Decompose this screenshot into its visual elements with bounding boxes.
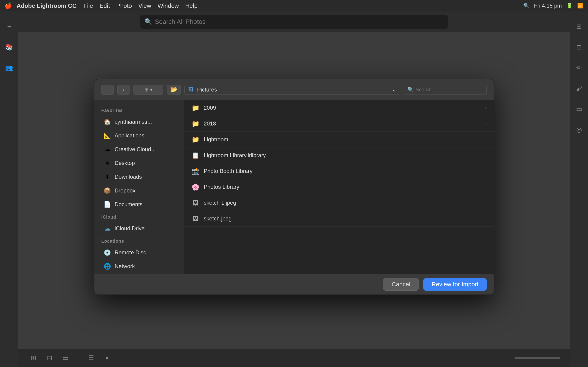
sidebar-icloud-label: iCloud Drive <box>115 225 145 232</box>
folder-icon: 📁 <box>191 135 200 144</box>
brush-icon[interactable]: 🖌 <box>573 83 585 94</box>
cancel-button[interactable]: Cancel <box>383 278 419 291</box>
app-sidebar-left: ＋ 📚 👥 <box>0 11 18 367</box>
grid-small-view-button[interactable]: ⊟ <box>44 353 55 363</box>
sidebar-library-icon[interactable]: 📚 <box>3 41 15 53</box>
search-bar[interactable]: 🔍 <box>140 15 448 29</box>
icloud-drive-icon: ☁ <box>103 224 111 233</box>
sidebar-add-button[interactable]: ＋ <box>3 21 15 32</box>
zoom-slider[interactable] <box>515 357 561 359</box>
dialog-search-box[interactable]: 🔍 <box>404 85 487 95</box>
file-item-sketch[interactable]: 🖼 sketch.jpeg <box>184 211 493 227</box>
sidebar-network-label: Network <box>115 263 135 269</box>
menubar-right: 🔍 Fri 4:18 pm 🔋 📶 <box>523 2 583 9</box>
folder-icon: 📁 <box>191 103 200 112</box>
view-grid-icon: ⊞ <box>145 87 149 93</box>
app-sidebar-right: ⊞ ⊡ ✏ 🖌 ▭ ◎ <box>570 11 588 367</box>
sidebar-item-network[interactable]: 🌐 Network <box>96 259 182 273</box>
dialog-toolbar: ‹ › ⊞ ▾ 📂 🖼 Pictures <box>95 79 493 100</box>
dropdown-arrow-icon: ⌄ <box>392 86 397 93</box>
dialog-overlay: ‹ › ⊞ ▾ 📂 🖼 Pictures <box>18 44 570 330</box>
sidebar-item-downloads[interactable]: ⬇ Downloads <box>96 170 182 184</box>
search-icon-menubar[interactable]: 🔍 <box>523 3 529 9</box>
chevron-right-icon: › <box>485 105 487 110</box>
applications-icon: 📐 <box>103 131 111 140</box>
library-icon: 📋 <box>191 151 200 160</box>
file-name: 2009 <box>204 105 481 111</box>
folder-icon: 📁 <box>191 119 200 128</box>
file-item-lightroom[interactable]: 📁 Lightroom › <box>184 132 493 148</box>
view-mode-button[interactable]: ⊞ ▾ <box>133 85 163 95</box>
sidebar-item-icloud-drive[interactable]: ☁ iCloud Drive <box>96 222 182 235</box>
grid-view-button[interactable]: ⊞ <box>27 353 39 363</box>
location-dropdown[interactable]: 🖼 Pictures ⌄ <box>184 85 400 95</box>
photos-library-icon: 🌸 <box>191 182 200 192</box>
sidebar-desktop-label: Desktop <box>115 160 135 166</box>
dropbox-icon: 📦 <box>103 186 111 195</box>
jpeg-icon: 🖼 <box>191 214 200 223</box>
toolbar-divider <box>78 355 78 361</box>
file-dialog: ‹ › ⊞ ▾ 📂 🖼 Pictures <box>94 79 494 295</box>
locations-header: Locations <box>95 235 184 246</box>
rectangle-icon[interactable]: ▭ <box>573 103 585 115</box>
sidebar-documents-label: Documents <box>115 201 142 208</box>
single-view-button[interactable]: ▭ <box>60 353 71 363</box>
sidebar-item-desktop[interactable]: 🖥 Desktop <box>96 156 182 170</box>
location-name: Pictures <box>197 86 217 93</box>
sidebar-remote-disc-label: Remote Disc <box>115 249 146 256</box>
sidebar-item-remote-disc[interactable]: 💿 Remote Disc <box>96 246 182 259</box>
file-name: Photo Booth Library <box>204 168 487 174</box>
back-button[interactable]: ‹ <box>101 85 114 95</box>
file-item-photos-library[interactable]: 🌸 Photos Library <box>184 179 493 195</box>
creative-cloud-icon: ☁ <box>103 145 111 153</box>
new-folder-button[interactable]: 📂 <box>167 85 181 95</box>
dialog-search-input[interactable] <box>415 87 483 93</box>
menu-view[interactable]: View <box>138 2 151 9</box>
sidebar-item-creative-cloud[interactable]: ☁ Creative Cloud... <box>96 142 182 156</box>
zoom-slider-container <box>515 357 561 359</box>
menu-edit[interactable]: Edit <box>99 2 110 9</box>
sidebar-creative-cloud-label: Creative Cloud... <box>115 146 156 152</box>
sidebar-people-icon[interactable]: 👥 <box>3 62 15 73</box>
file-item-2018[interactable]: 📁 2018 › <box>184 116 493 132</box>
app-main: 🔍 ‹ › ⊞ ▾ 📂 <box>18 11 570 367</box>
forward-button[interactable]: › <box>117 85 130 95</box>
menu-photo[interactable]: Photo <box>116 2 132 9</box>
folder-new-icon: 📂 <box>170 86 178 93</box>
sidebar-item-dropbox[interactable]: 📦 Dropbox <box>96 184 182 198</box>
app-name: Adobe Lightroom CC <box>17 2 77 9</box>
file-item-2009[interactable]: 📁 2009 › <box>184 100 493 116</box>
edit-icon[interactable]: ✏ <box>573 62 585 73</box>
file-name: Photos Library <box>204 184 487 190</box>
file-item-lightroom-library[interactable]: 📋 Lightroom Library.lrlibrary <box>184 148 493 163</box>
file-item-photo-booth[interactable]: 📸 Photo Booth Library <box>184 163 493 179</box>
sidebar-item-applications[interactable]: 📐 Applications <box>96 129 182 142</box>
app-bottombar: ⊞ ⊟ ▭ ☰ ▾ <box>18 349 570 367</box>
desktop-icon: 🖥 <box>103 159 111 167</box>
file-name: sketch 1.jpeg <box>204 200 487 206</box>
search-input[interactable] <box>155 18 443 25</box>
chevron-right-icon: › <box>485 137 487 142</box>
sidebar-applications-label: Applications <box>115 132 144 139</box>
sort-dropdown[interactable]: ▾ <box>101 353 113 363</box>
sort-button[interactable]: ☰ <box>85 353 97 363</box>
filters-icon[interactable]: ⊞ <box>573 21 585 32</box>
home-icon: 🏠 <box>103 118 111 126</box>
file-item-sketch1[interactable]: 🖼 sketch 1.jpeg <box>184 195 493 211</box>
app-content: ‹ › ⊞ ▾ 📂 🖼 Pictures <box>18 32 570 349</box>
menu-file[interactable]: File <box>83 2 93 9</box>
sidebar-item-cynthia[interactable]: 🏠 cynthiaarmstr... <box>96 115 182 129</box>
downloads-icon: ⬇ <box>103 173 111 181</box>
crop-icon[interactable]: ⊡ <box>573 41 585 53</box>
sidebar-item-documents[interactable]: 📄 Documents <box>96 198 182 211</box>
photo-booth-icon: 📸 <box>191 167 200 176</box>
menubar-time: Fri 4:18 pm <box>534 2 562 9</box>
file-name: Lightroom Library.lrlibrary <box>204 152 487 158</box>
radial-icon[interactable]: ◎ <box>573 124 585 135</box>
review-for-import-button[interactable]: Review for Import <box>423 278 487 291</box>
menu-help[interactable]: Help <box>185 2 197 9</box>
menu-window[interactable]: Window <box>157 2 179 9</box>
chevron-right-icon: › <box>485 121 487 126</box>
sidebar-downloads-label: Downloads <box>115 174 142 180</box>
apple-menu[interactable]: 🍎 <box>5 2 12 9</box>
